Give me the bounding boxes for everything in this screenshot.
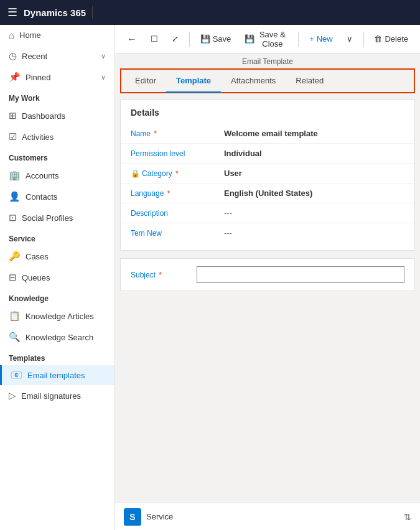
sidebar-item-knowledge-articles[interactable]: 📋 Knowledge Articles	[0, 305, 114, 327]
record-type-label: Email Template	[115, 53, 420, 66]
new-button[interactable]: + New	[304, 30, 338, 47]
tab-attachments[interactable]: Attachments	[221, 70, 286, 93]
sidebar-item-contacts[interactable]: 👤 Contacts	[0, 186, 114, 207]
sidebar-item-queues[interactable]: ⊟ Queues	[0, 267, 114, 288]
bottom-chevron-icon[interactable]: ⇅	[404, 512, 411, 522]
home-label: Home	[19, 30, 41, 40]
contacts-icon: 👤	[9, 191, 21, 202]
details-title: Details	[121, 108, 414, 124]
queues-icon: ⊟	[9, 272, 17, 283]
pin-icon: 📌	[9, 72, 21, 83]
accounts-label: Accounts	[26, 171, 58, 180]
field-value-permission: Individual	[224, 149, 262, 158]
sidebar-item-knowledge-search[interactable]: 🔍 Knowledge Search	[0, 327, 114, 348]
tab-related-label: Related	[296, 76, 324, 85]
service-header: Service	[0, 228, 114, 246]
sidebar-item-dashboards[interactable]: ⊞ Dashboards	[0, 105, 114, 126]
field-value-tem-new: ---	[224, 228, 232, 238]
activities-label: Activities	[22, 132, 54, 142]
field-label-description: Description	[131, 209, 224, 218]
hamburger-menu[interactable]: ☰	[7, 6, 17, 19]
recent-label: Recent	[22, 52, 47, 61]
sidebar-item-accounts[interactable]: 🏢 Accounts	[0, 165, 114, 186]
toolbar-separator-2	[298, 32, 299, 47]
tab-template[interactable]: Template	[166, 70, 221, 93]
templates-header: Templates	[0, 348, 114, 365]
tab-related[interactable]: Related	[286, 70, 334, 93]
email-templates-icon: 📧	[11, 370, 22, 381]
sidebar-item-email-templates[interactable]: 📧 Email templates	[0, 365, 114, 385]
knowledge-search-label: Knowledge Search	[26, 333, 93, 342]
sidebar-item-email-signatures[interactable]: ▷ Email signatures	[0, 385, 114, 406]
delete-icon: 🗑	[374, 34, 382, 44]
sidebar-item-cases[interactable]: 🔑 Cases	[0, 246, 114, 267]
field-value-category: User	[224, 169, 242, 178]
knowledge-articles-icon: 📋	[9, 310, 21, 322]
detach-icon: ⤢	[172, 34, 179, 44]
tabs-navigation: Editor Template Attachments Related	[120, 68, 415, 93]
app-name-label: Service	[146, 512, 173, 521]
field-row-tem-new: Tem New ---	[121, 223, 414, 243]
field-row-permission: Permission level Individual	[121, 144, 414, 164]
delete-button[interactable]: 🗑 Delete	[368, 30, 414, 47]
pinned-label: Pinned	[26, 73, 50, 82]
new-label: New	[317, 34, 333, 44]
toolbar-separator-3	[363, 32, 364, 47]
field-row-language: Language * English (United States)	[121, 184, 414, 203]
save-close-label: Save & Close	[257, 30, 287, 49]
save-icon: 💾	[200, 34, 210, 44]
subject-section: Subject *	[120, 258, 415, 291]
field-label-tem-new: Tem New	[131, 229, 224, 238]
tab-editor-label: Editor	[135, 76, 156, 85]
tab-template-label: Template	[176, 76, 211, 85]
subject-row: Subject *	[131, 266, 404, 283]
app-icon: S	[124, 508, 141, 526]
toolbar: ← ☐ ⤢ 💾 Save 💾 Save & Close + New ∨	[115, 25, 420, 53]
delete-label: Delete	[385, 34, 408, 44]
social-profiles-label: Social Profiles	[22, 213, 73, 223]
social-profiles-icon: ⊡	[9, 212, 17, 223]
save-button[interactable]: 💾 Save	[195, 30, 237, 47]
knowledge-articles-label: Knowledge Articles	[26, 312, 94, 321]
dashboards-label: Dashboards	[22, 111, 65, 121]
subject-input[interactable]	[197, 266, 404, 283]
field-value-language: English (United States)	[224, 188, 312, 198]
email-signatures-icon: ▷	[9, 390, 16, 401]
language-required-star: *	[165, 189, 170, 198]
dropdown-button[interactable]: ∨	[341, 30, 358, 47]
record-icon-button[interactable]: ☐	[145, 30, 164, 47]
field-label-language: Language *	[131, 189, 224, 198]
sidebar-item-social-profiles[interactable]: ⊡ Social Profiles	[0, 207, 114, 228]
lock-icon: 🔒	[131, 169, 140, 178]
tab-editor[interactable]: Editor	[125, 70, 166, 93]
field-row-description: Description ---	[121, 203, 414, 223]
sidebar-item-recent[interactable]: ◷ Recent ∨	[0, 45, 114, 67]
name-required-star: *	[152, 129, 157, 138]
queues-label: Queues	[22, 273, 50, 282]
field-value-name: Welcome email template	[224, 129, 318, 138]
content-area: Email Template Editor Template Attachmen…	[115, 53, 420, 503]
back-button[interactable]: ←	[121, 30, 142, 48]
cases-icon: 🔑	[9, 251, 21, 262]
subject-required-star: *	[157, 271, 162, 279]
accounts-icon: 🏢	[9, 170, 21, 181]
sidebar-item-pinned[interactable]: 📌 Pinned ∨	[0, 67, 114, 88]
dashboards-icon: ⊞	[9, 110, 17, 121]
field-value-description: ---	[224, 208, 232, 218]
chevron-down-icon: ∨	[347, 34, 353, 44]
email-templates-label: Email templates	[27, 371, 85, 380]
sidebar: ⌂ Home ◷ Recent ∨ 📌 Pinned ∨ My Work ⊞ D…	[0, 25, 115, 530]
sidebar-item-home[interactable]: ⌂ Home	[0, 25, 114, 45]
sidebar-item-activities[interactable]: ☑ Activities	[0, 126, 114, 147]
subject-label: Subject *	[131, 271, 193, 279]
save-close-button[interactable]: 💾 Save & Close	[239, 26, 293, 52]
field-label-permission: Permission level	[131, 149, 224, 158]
detach-button[interactable]: ⤢	[166, 30, 184, 47]
record-icon: ☐	[151, 34, 158, 44]
app-initial: S	[129, 512, 135, 522]
top-bar: ☰ Dynamics 365	[0, 0, 420, 25]
recent-chevron: ∨	[101, 52, 106, 60]
save-label: Save	[213, 34, 231, 44]
save-close-icon: 💾	[245, 34, 254, 44]
field-label-category: 🔒Category *	[131, 169, 224, 178]
